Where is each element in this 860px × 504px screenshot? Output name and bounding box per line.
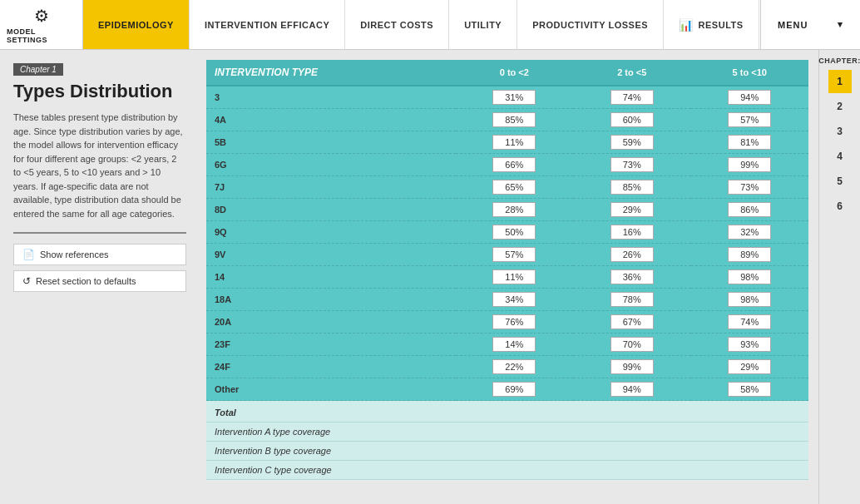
value-5to10[interactable]: 86% xyxy=(691,199,809,221)
reset-section-button[interactable]: ↺ Reset section to defaults xyxy=(13,270,186,292)
gear-icon: ⚙ xyxy=(34,6,49,26)
value-0to2[interactable]: 22% xyxy=(456,356,573,378)
value-2to5[interactable]: 73% xyxy=(573,154,690,176)
type-label: 5B xyxy=(206,131,456,154)
footer-label: Total xyxy=(206,401,808,422)
value-5to10[interactable]: 74% xyxy=(691,311,809,334)
value-2to5[interactable]: 26% xyxy=(573,244,690,266)
tab-results[interactable]: 📊 RESULTS xyxy=(664,0,759,49)
value-5to10[interactable]: 98% xyxy=(691,289,809,311)
type-label: 9V xyxy=(206,244,456,266)
bar-chart-icon: 📊 xyxy=(679,18,694,32)
col-header-5to10: 5 to <10 xyxy=(691,60,809,86)
show-references-button[interactable]: 📄 Show references xyxy=(13,244,186,265)
value-2to5[interactable]: 99% xyxy=(573,356,690,378)
footer-label: Intervention C type coverage xyxy=(206,461,808,480)
value-0to2[interactable]: 66% xyxy=(456,154,573,176)
tab-direct-costs[interactable]: DIRECT COSTS xyxy=(345,0,449,49)
value-0to2[interactable]: 28% xyxy=(456,199,573,221)
type-label: 7J xyxy=(206,176,456,199)
table-row: 4A 85% 60% 57% xyxy=(206,109,808,131)
value-2to5[interactable]: 16% xyxy=(573,221,690,244)
chapter-nav-2[interactable]: 2 xyxy=(828,95,852,118)
menu-button[interactable]: MENU ▾ xyxy=(760,0,860,49)
footer-row: Total xyxy=(206,401,808,422)
table-row: 20A 76% 67% 74% xyxy=(206,311,808,334)
chevron-down-icon: ▾ xyxy=(838,19,843,30)
value-0to2[interactable]: 31% xyxy=(456,86,573,109)
type-label: 8D xyxy=(206,199,456,221)
model-settings-label: MODEL SETTINGS xyxy=(7,27,76,44)
table-row: 6G 66% 73% 99% xyxy=(206,154,808,176)
sidebar: Chapter 1 Types Distribution These table… xyxy=(0,50,200,504)
main-layout: Chapter 1 Types Distribution These table… xyxy=(0,50,860,504)
value-2to5[interactable]: 78% xyxy=(573,289,690,311)
type-label: 3 xyxy=(206,86,456,109)
value-5to10[interactable]: 58% xyxy=(691,378,809,401)
type-label: 14 xyxy=(206,266,456,289)
footer-row: Intervention A type coverage xyxy=(206,422,808,442)
tab-utility[interactable]: UTILITY xyxy=(449,0,517,49)
value-2to5[interactable]: 67% xyxy=(573,311,690,334)
tab-intervention-efficacy[interactable]: INTERVENTION EFFICACY xyxy=(190,0,345,49)
value-2to5[interactable]: 70% xyxy=(573,334,690,356)
chapter-nav-5[interactable]: 5 xyxy=(828,170,852,193)
value-5to10[interactable]: 57% xyxy=(691,109,809,131)
table-row: 18A 34% 78% 98% xyxy=(206,289,808,311)
value-0to2[interactable]: 11% xyxy=(456,131,573,154)
value-5to10[interactable]: 89% xyxy=(691,244,809,266)
chapter-nav-label: chapter: xyxy=(818,57,860,65)
table-row: 23F 14% 70% 93% xyxy=(206,334,808,356)
value-5to10[interactable]: 94% xyxy=(691,86,809,109)
value-2to5[interactable]: 94% xyxy=(573,378,690,401)
table-row: 9V 57% 26% 89% xyxy=(206,244,808,266)
value-0to2[interactable]: 85% xyxy=(456,109,573,131)
footer-label: Intervention A type coverage xyxy=(206,422,808,442)
chapter-nav-1[interactable]: 1 xyxy=(828,70,852,93)
chapter-nav-3[interactable]: 3 xyxy=(828,120,852,143)
value-2to5[interactable]: 59% xyxy=(573,131,690,154)
footer-row: Intervention C type coverage xyxy=(206,461,808,480)
value-0to2[interactable]: 14% xyxy=(456,334,573,356)
value-5to10[interactable]: 99% xyxy=(691,154,809,176)
table-row: 3 31% 74% 94% xyxy=(206,86,808,109)
chapter-nav-4[interactable]: 4 xyxy=(828,145,852,168)
tab-productivity-losses[interactable]: PRODUCTIVITY LOSSES xyxy=(517,0,664,49)
value-0to2[interactable]: 69% xyxy=(456,378,573,401)
value-2to5[interactable]: 74% xyxy=(573,86,690,109)
document-icon: 📄 xyxy=(22,249,35,260)
value-0to2[interactable]: 50% xyxy=(456,221,573,244)
value-2to5[interactable]: 29% xyxy=(573,199,690,221)
type-label: Other xyxy=(206,378,456,401)
table-row: 9Q 50% 16% 32% xyxy=(206,221,808,244)
types-distribution-table: INTERVENTION TYPE 0 to <2 2 to <5 5 to <… xyxy=(206,60,808,480)
value-0to2[interactable]: 11% xyxy=(456,266,573,289)
table-row: Other 69% 94% 58% xyxy=(206,378,808,401)
footer-label: Intervention B type coverage xyxy=(206,442,808,461)
value-0to2[interactable]: 65% xyxy=(456,176,573,199)
value-5to10[interactable]: 32% xyxy=(691,221,809,244)
col-header-0to2: 0 to <2 xyxy=(456,60,573,86)
value-5to10[interactable]: 98% xyxy=(691,266,809,289)
table-row: 24F 22% 99% 29% xyxy=(206,356,808,378)
value-5to10[interactable]: 73% xyxy=(691,176,809,199)
value-2to5[interactable]: 36% xyxy=(573,266,690,289)
value-2to5[interactable]: 60% xyxy=(573,109,690,131)
action-buttons: 📄 Show references ↺ Reset section to def… xyxy=(13,244,186,292)
value-0to2[interactable]: 76% xyxy=(456,311,573,334)
value-5to10[interactable]: 81% xyxy=(691,131,809,154)
value-5to10[interactable]: 29% xyxy=(691,356,809,378)
type-label: 23F xyxy=(206,334,456,356)
value-0to2[interactable]: 34% xyxy=(456,289,573,311)
type-label: 20A xyxy=(206,311,456,334)
type-label: 4A xyxy=(206,109,456,131)
chapter-nav-6[interactable]: 6 xyxy=(828,195,852,218)
value-2to5[interactable]: 85% xyxy=(573,176,690,199)
tab-epidemiology[interactable]: EPIDEMIOLOGY xyxy=(83,0,190,49)
model-settings-button[interactable]: ⚙ MODEL SETTINGS xyxy=(0,0,83,49)
chapter-description: These tables present type distribution b… xyxy=(13,111,186,220)
value-0to2[interactable]: 57% xyxy=(456,244,573,266)
value-5to10[interactable]: 93% xyxy=(691,334,809,356)
chapter-title: Types Distribution xyxy=(13,81,186,102)
content-area: INTERVENTION TYPE 0 to <2 2 to <5 5 to <… xyxy=(200,50,818,504)
